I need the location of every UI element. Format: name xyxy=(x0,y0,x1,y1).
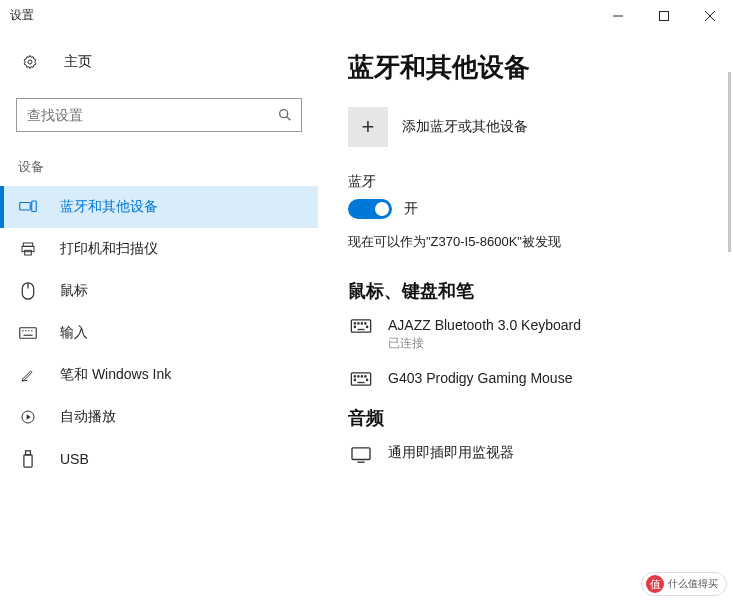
sidebar: 主页 设备 蓝牙和其他设备 打印机和扫描仪 xyxy=(0,32,318,602)
svg-rect-7 xyxy=(20,203,31,211)
nav-label: 蓝牙和其他设备 xyxy=(60,198,158,216)
add-device-row[interactable]: + 添加蓝牙或其他设备 xyxy=(348,107,709,147)
section-label: 设备 xyxy=(0,150,318,186)
svg-point-30 xyxy=(367,326,368,327)
svg-rect-23 xyxy=(24,455,32,467)
device-name: G403 Prodigy Gaming Mouse xyxy=(388,370,572,386)
nav-typing[interactable]: 输入 xyxy=(0,312,318,354)
discoverable-text: 现在可以作为"Z370-I5-8600K"被发现 xyxy=(348,233,709,251)
mouse-icon xyxy=(18,282,38,300)
svg-rect-11 xyxy=(25,250,32,255)
watermark: 值 什么值得买 xyxy=(641,572,727,596)
svg-point-5 xyxy=(280,110,288,118)
keyboard-icon xyxy=(348,319,374,333)
autoplay-icon xyxy=(18,409,38,425)
device-item[interactable]: 通用即插即用监视器 xyxy=(348,444,709,464)
home-nav[interactable]: 主页 xyxy=(0,40,318,84)
add-label: 添加蓝牙或其他设备 xyxy=(402,118,528,136)
device-status: 已连接 xyxy=(388,335,581,352)
svg-rect-8 xyxy=(32,201,37,212)
nav-label: 鼠标 xyxy=(60,282,88,300)
device-name: 通用即插即用监视器 xyxy=(388,444,514,462)
svg-point-29 xyxy=(354,326,355,327)
window-controls xyxy=(595,0,733,32)
toggle-state-label: 开 xyxy=(404,200,418,218)
nav-autoplay[interactable]: 自动播放 xyxy=(0,396,318,438)
svg-point-37 xyxy=(354,379,355,380)
gear-icon xyxy=(22,54,42,70)
svg-point-34 xyxy=(358,376,359,377)
nav-label: 输入 xyxy=(60,324,88,342)
nav-mouse[interactable]: 鼠标 xyxy=(0,270,318,312)
pen-icon xyxy=(18,367,38,383)
keyboard-icon xyxy=(348,372,374,386)
svg-point-4 xyxy=(28,60,32,64)
svg-point-27 xyxy=(361,323,362,324)
keyboard-icon xyxy=(18,327,38,339)
scrollbar[interactable] xyxy=(728,72,731,252)
nav-label: 打印机和扫描仪 xyxy=(60,240,158,258)
printer-icon xyxy=(18,241,38,257)
add-button[interactable]: + xyxy=(348,107,388,147)
usb-icon xyxy=(18,450,38,468)
nav-printers[interactable]: 打印机和扫描仪 xyxy=(0,228,318,270)
page-title: 蓝牙和其他设备 xyxy=(348,50,709,85)
watermark-icon: 值 xyxy=(646,575,664,593)
device-item[interactable]: AJAZZ Bluetooth 3.0 Keyboard 已连接 xyxy=(348,317,709,352)
nav-label: 笔和 Windows Ink xyxy=(60,366,171,384)
svg-marker-21 xyxy=(27,414,31,419)
main-panel: 蓝牙和其他设备 + 添加蓝牙或其他设备 蓝牙 开 现在可以作为"Z370-I5-… xyxy=(318,32,733,602)
bluetooth-heading: 蓝牙 xyxy=(348,173,709,191)
svg-rect-10 xyxy=(22,246,34,251)
category-mouse-keyboard: 鼠标、键盘和笔 xyxy=(348,279,709,303)
home-label: 主页 xyxy=(64,53,92,71)
bluetooth-toggle[interactable] xyxy=(348,199,392,219)
svg-rect-22 xyxy=(26,451,31,455)
svg-point-38 xyxy=(367,379,368,380)
svg-point-33 xyxy=(354,376,355,377)
svg-point-25 xyxy=(354,323,355,324)
watermark-text: 什么值得买 xyxy=(668,577,718,591)
svg-rect-9 xyxy=(23,243,32,246)
devices-icon xyxy=(18,200,38,214)
svg-rect-14 xyxy=(20,328,37,339)
close-button[interactable] xyxy=(687,0,733,32)
device-name: AJAZZ Bluetooth 3.0 Keyboard xyxy=(388,317,581,333)
plus-icon: + xyxy=(362,114,375,140)
device-item[interactable]: G403 Prodigy Gaming Mouse xyxy=(348,370,709,386)
search-input[interactable] xyxy=(16,98,302,132)
minimize-button[interactable] xyxy=(595,0,641,32)
category-audio: 音频 xyxy=(348,406,709,430)
monitor-icon xyxy=(348,446,374,464)
svg-rect-40 xyxy=(352,448,370,460)
svg-line-6 xyxy=(287,117,291,121)
svg-point-28 xyxy=(365,323,366,324)
nav-label: 自动播放 xyxy=(60,408,116,426)
nav-bluetooth[interactable]: 蓝牙和其他设备 xyxy=(0,186,318,228)
window-title: 设置 xyxy=(0,7,34,24)
search-icon xyxy=(277,107,293,123)
nav-usb[interactable]: USB xyxy=(0,438,318,480)
titlebar: 设置 xyxy=(0,0,733,32)
nav-pen[interactable]: 笔和 Windows Ink xyxy=(0,354,318,396)
search-field[interactable] xyxy=(27,107,277,123)
svg-point-36 xyxy=(365,376,366,377)
svg-rect-1 xyxy=(660,11,669,20)
nav-label: USB xyxy=(60,451,89,467)
svg-point-26 xyxy=(358,323,359,324)
maximize-button[interactable] xyxy=(641,0,687,32)
svg-point-35 xyxy=(361,376,362,377)
